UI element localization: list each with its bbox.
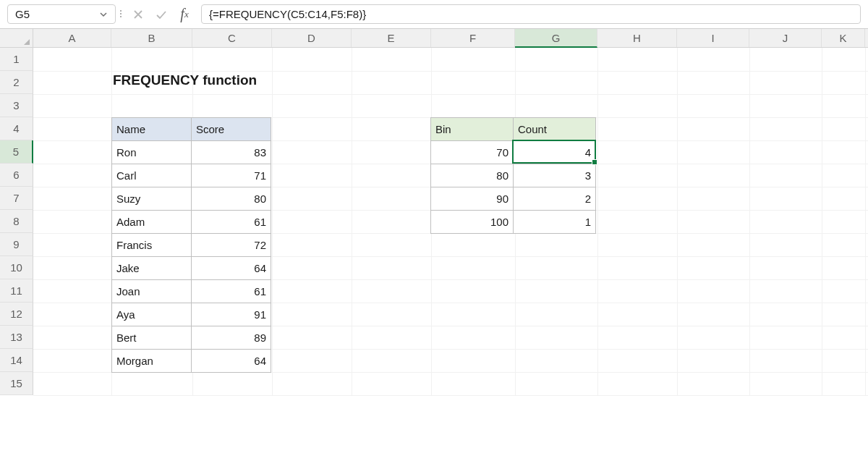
cell-count[interactable]: 1 bbox=[514, 211, 596, 234]
row-header[interactable]: 2 bbox=[0, 71, 33, 94]
row-header[interactable]: 3 bbox=[0, 94, 33, 117]
table-row[interactable]: Ron83 bbox=[112, 141, 271, 164]
cell-name[interactable]: Carl bbox=[112, 164, 192, 187]
chevron-down-icon[interactable] bbox=[99, 10, 108, 19]
formula-bar: fx bbox=[0, 0, 868, 29]
cell-bin[interactable]: 100 bbox=[431, 211, 514, 234]
cell-name[interactable]: Suzy bbox=[112, 187, 192, 211]
column-header[interactable]: E bbox=[352, 29, 431, 47]
row-header[interactable]: 9 bbox=[0, 233, 33, 256]
cell-bin[interactable]: 80 bbox=[431, 164, 514, 187]
table-row[interactable]: 1001 bbox=[431, 211, 596, 234]
row-header[interactable]: 6 bbox=[0, 164, 33, 187]
table-row[interactable]: 704 bbox=[431, 141, 596, 164]
column-header[interactable]: I bbox=[677, 29, 749, 47]
row-header[interactable]: 14 bbox=[0, 349, 33, 372]
table-row[interactable]: Morgan64 bbox=[112, 350, 271, 373]
cell-count[interactable]: 3 bbox=[514, 164, 596, 187]
row-header[interactable]: 5 bbox=[0, 140, 33, 164]
row-header[interactable]: 11 bbox=[0, 279, 33, 303]
cell-name[interactable]: Francis bbox=[112, 234, 192, 257]
separator bbox=[119, 0, 123, 28]
row-header[interactable]: 8 bbox=[0, 210, 33, 233]
cell-name[interactable]: Ron bbox=[112, 141, 192, 164]
column-header[interactable]: D bbox=[272, 29, 352, 47]
table-row[interactable]: 803 bbox=[431, 164, 596, 187]
cell-score[interactable]: 64 bbox=[192, 350, 271, 373]
cell-name[interactable]: Jake bbox=[112, 257, 192, 280]
cell-score[interactable]: 71 bbox=[192, 164, 271, 187]
column-header[interactable]: J bbox=[749, 29, 822, 47]
cell-score[interactable]: 64 bbox=[192, 257, 271, 280]
name-box-input[interactable] bbox=[15, 8, 88, 20]
cell-score[interactable]: 72 bbox=[192, 234, 271, 257]
table-row[interactable]: Francis72 bbox=[112, 234, 271, 257]
table-row[interactable]: Bert89 bbox=[112, 326, 271, 350]
table-row[interactable]: Aya91 bbox=[112, 303, 271, 326]
header-name: Name bbox=[112, 118, 192, 141]
row-header[interactable]: 7 bbox=[0, 187, 33, 210]
name-box-wrap[interactable] bbox=[7, 4, 116, 24]
cell-layer: FREQUENCY function Name Score Ron83Carl7… bbox=[33, 48, 868, 395]
column-header[interactable]: F bbox=[431, 29, 515, 47]
cell-score[interactable]: 80 bbox=[192, 187, 271, 211]
column-header[interactable]: A bbox=[33, 29, 111, 47]
column-header[interactable]: H bbox=[597, 29, 677, 47]
header-score: Score bbox=[192, 118, 271, 141]
column-header-row: ABCDEFGHIJK bbox=[0, 29, 868, 48]
cell-bin[interactable]: 70 bbox=[431, 141, 514, 164]
table-row[interactable]: 902 bbox=[431, 187, 596, 211]
header-count: Count bbox=[514, 118, 596, 141]
cell-count[interactable]: 2 bbox=[514, 187, 596, 211]
bins-body: 7048039021001 bbox=[431, 141, 596, 234]
row-header[interactable]: 4 bbox=[0, 117, 33, 140]
table-row[interactable]: Jake64 bbox=[112, 257, 271, 280]
table-row[interactable]: Adam61 bbox=[112, 211, 271, 234]
sheet-area: ABCDEFGHIJK 123456789101112131415 FREQUE… bbox=[0, 29, 868, 456]
cell-score[interactable]: 83 bbox=[192, 141, 271, 164]
table-row[interactable]: Carl71 bbox=[112, 164, 271, 187]
row-header[interactable]: 12 bbox=[0, 303, 33, 326]
cell-name[interactable]: Morgan bbox=[112, 350, 192, 373]
formula-bar-buttons: fx bbox=[126, 0, 197, 28]
cancel-icon[interactable] bbox=[132, 8, 145, 21]
table-row[interactable]: Suzy80 bbox=[112, 187, 271, 211]
enter-icon[interactable] bbox=[155, 8, 168, 21]
cells-area[interactable]: FREQUENCY function Name Score Ron83Carl7… bbox=[33, 48, 868, 395]
cell-name[interactable]: Adam bbox=[112, 211, 192, 234]
cell-score[interactable]: 91 bbox=[192, 303, 271, 326]
column-header[interactable]: C bbox=[192, 29, 272, 47]
row-header[interactable]: 13 bbox=[0, 326, 33, 349]
cell-count[interactable]: 4 bbox=[514, 141, 596, 164]
formula-input[interactable] bbox=[201, 4, 861, 24]
column-header[interactable]: B bbox=[111, 29, 192, 47]
cell-name[interactable]: Bert bbox=[112, 326, 192, 350]
column-header[interactable]: K bbox=[822, 29, 865, 47]
column-header[interactable]: G bbox=[515, 29, 597, 48]
data-table-scores: Name Score Ron83Carl71Suzy80Adam61Franci… bbox=[111, 117, 271, 373]
header-bin: Bin bbox=[431, 118, 514, 141]
insert-function-icon[interactable]: fx bbox=[178, 8, 191, 21]
row-header[interactable]: 10 bbox=[0, 256, 33, 279]
row-header[interactable]: 15 bbox=[0, 372, 33, 395]
cell-score[interactable]: 89 bbox=[192, 326, 271, 350]
scores-body: Ron83Carl71Suzy80Adam61Francis72Jake64Jo… bbox=[112, 141, 271, 373]
cell-name[interactable]: Joan bbox=[112, 280, 192, 303]
data-table-bins: Bin Count 7048039021001 bbox=[430, 117, 596, 234]
sheet-title: FREQUENCY function bbox=[113, 72, 257, 88]
row-header-column: 123456789101112131415 bbox=[0, 48, 33, 395]
select-all-corner[interactable] bbox=[0, 29, 33, 47]
cell-score[interactable]: 61 bbox=[192, 211, 271, 234]
cell-bin[interactable]: 90 bbox=[431, 187, 514, 211]
cell-name[interactable]: Aya bbox=[112, 303, 192, 326]
table-row[interactable]: Joan61 bbox=[112, 280, 271, 303]
row-header[interactable]: 1 bbox=[0, 48, 33, 71]
cell-score[interactable]: 61 bbox=[192, 280, 271, 303]
